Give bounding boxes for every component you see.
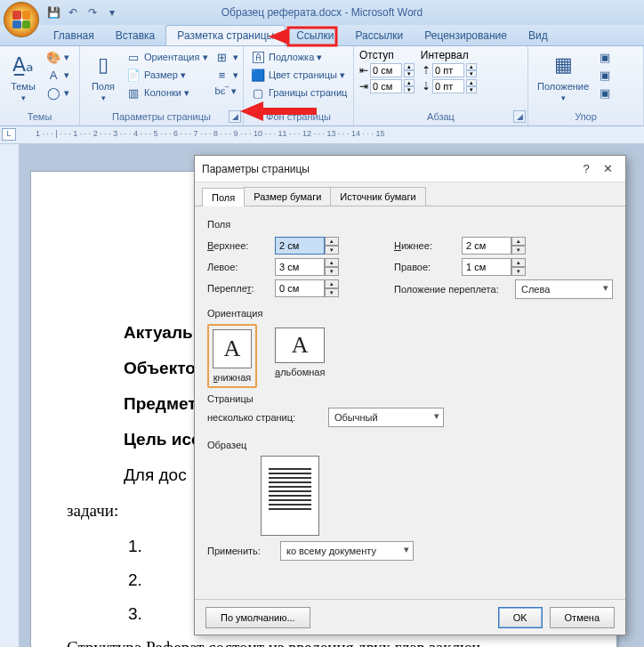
space-before-icon: ⇡ [422,64,431,77]
hyphenation-button[interactable]: bє‾ ▾ [213,85,240,98]
themes-label: Темы [11,81,36,92]
bottom-label: Нижнее: [394,240,456,251]
ok-button[interactable]: OK [498,607,543,628]
space-after-field[interactable]: ⇣▴▾ [422,79,477,93]
tab-mail[interactable]: Рассылки [344,26,414,45]
tab-home[interactable]: Главная [43,26,105,45]
section-orientation: Ориентация [207,308,613,319]
dialog-titlebar[interactable]: Параметры страницы ? ✕ [195,156,625,182]
arrange-opt2[interactable]: ▣ [596,67,614,83]
doc-text: Предмет [124,394,197,413]
dialog-tab-source[interactable]: Источник бумаги [330,187,425,206]
left-label: Левое: [207,262,270,272]
office-button[interactable] [4,2,39,37]
indent-left-icon: ⇤ [359,64,368,77]
doc-text: Для дос [124,465,187,484]
portrait-icon: A [213,329,252,368]
qat-more-icon[interactable]: ▾ [105,5,119,20]
watermark-icon: 🄰 [251,50,265,64]
multipage-select[interactable]: Обычный [328,408,444,427]
size-button[interactable]: 📄Размер ▾ [125,67,210,83]
page-borders-icon: ▢ [251,85,265,100]
tab-view[interactable]: Вид [518,26,559,45]
columns-button[interactable]: ▥Колонки ▾ [125,85,210,101]
landscape-option[interactable]: A альбомная [271,324,328,388]
doc-text: Структура Реферат состоит из введения дв… [67,638,581,647]
close-icon[interactable]: ✕ [597,159,618,179]
orientation-button[interactable]: ▭Ориентация ▾ [125,49,210,65]
tab-layout[interactable]: Разметка страницы [165,25,286,45]
arrange-group-label: Упор [534,109,638,124]
apply-select[interactable]: ко всему документу [280,541,414,561]
tab-selector[interactable]: L [2,128,16,141]
margins-button[interactable]: ▯ Поля▾ [85,49,121,104]
default-button[interactable]: По умолчанию... [205,607,310,628]
gutter-field[interactable]: ▴▾ [275,279,339,297]
help-button[interactable]: ? [576,159,597,179]
position-button[interactable]: ▦ Положение▾ [534,49,592,104]
gutter-pos-select[interactable]: Слева [515,279,613,299]
orientation-icon: ▭ [126,50,141,64]
breaks-button[interactable]: ⊞▾ [213,49,240,65]
doc-text: Объекто [124,359,196,377]
multipage-label: несколько страниц: [207,412,323,423]
dialog-tabs: Поля Размер бумаги Источник бумаги [195,182,625,206]
section-pages: Страницы [207,393,613,404]
space-before-field[interactable]: ⇡▴▾ [422,63,477,77]
horizontal-ruler[interactable]: L 1 · · · | · · · 1 · · · 2 · · · 3 · · … [0,126,644,144]
indent-right-field[interactable]: ⇥▴▾ [359,79,415,93]
fonts-icon: A [46,68,60,82]
ribbon-group-paragraph: Отступ Интервал ⇤▴▾ ⇡▴▾ ⇥▴▾ ⇣▴▾ Абзац ◢ [354,46,528,125]
right-margin-field[interactable]: ▴▾ [462,258,526,276]
breaks-icon: ⊞ [215,50,229,64]
page-setup-launcher[interactable]: ◢ [229,110,241,123]
tab-review[interactable]: Рецензирование [414,26,518,45]
dialog-tab-fields[interactable]: Поля [202,188,245,206]
page-color-button[interactable]: 🟦Цвет страницы ▾ [249,67,349,83]
page-color-icon: 🟦 [251,68,265,82]
preview-icon [261,456,319,536]
margins-label: Поля [92,81,115,92]
cancel-button[interactable]: Отмена [550,607,615,628]
bottom-margin-field[interactable]: ▴▾ [462,237,526,255]
ribbon-group-page-bg: 🄰Подложка ▾ 🟦Цвет страницы ▾ ▢Границы ст… [244,46,354,125]
spacing-label: Интервал [421,49,469,61]
space-after-icon: ⇣ [422,80,431,93]
arrange-opt1[interactable]: ▣ [596,49,614,65]
indent-left-field[interactable]: ⇤▴▾ [359,63,415,77]
portrait-option[interactable]: A книжная [207,324,257,388]
gutter-pos-label: Положение переплета: [394,284,510,295]
page-borders-button[interactable]: ▢Границы страниц [249,85,349,101]
paragraph-launcher[interactable]: ◢ [513,110,526,123]
tab-links[interactable]: Ссылки [286,26,344,45]
size-icon: 📄 [126,68,141,82]
colors-icon: 🎨 [46,50,60,64]
theme-fonts-button[interactable]: A▾ [44,67,71,83]
redo-icon[interactable]: ↷ [85,5,100,20]
theme-colors-button[interactable]: 🎨▾ [44,49,71,65]
indent-right-icon: ⇥ [359,80,368,93]
columns-icon: ▥ [126,85,141,100]
watermark-button[interactable]: 🄰Подложка ▾ [249,49,349,65]
page-setup-group-label: Параметры страницы [85,109,237,124]
arrange-opt3[interactable]: ▣ [596,85,614,101]
top-margin-field[interactable]: ▴▾ [275,237,339,255]
line-numbers-button[interactable]: ≡▾ [213,67,240,83]
effects-icon: ◯ [46,85,60,100]
save-icon[interactable]: 💾 [46,5,60,20]
margins-icon: ▯ [89,51,117,79]
top-label: Верхнее: [207,240,270,251]
theme-effects-button[interactable]: ◯▾ [44,85,71,101]
undo-icon[interactable]: ↶ [66,5,80,20]
vertical-ruler[interactable] [0,144,20,647]
themes-icon: A̲ₐ [9,51,37,79]
titlebar: 💾 ↶ ↷ ▾ Образец реферата.docx - Microsof… [0,0,644,25]
dialog-body: Поля Верхнее: ▴▾ Левое: ▴▾ Переплет: ▴▾ … [195,206,625,599]
doc-text: Актуаль [124,323,193,342]
indent-label: Отступ [359,49,394,61]
section-sample: Образец [207,440,613,450]
tab-insert[interactable]: Вставка [105,26,166,45]
left-margin-field[interactable]: ▴▾ [275,258,339,276]
themes-button[interactable]: A̲ₐ Темы▾ [5,49,41,104]
dialog-tab-paper[interactable]: Размер бумаги [244,187,331,206]
